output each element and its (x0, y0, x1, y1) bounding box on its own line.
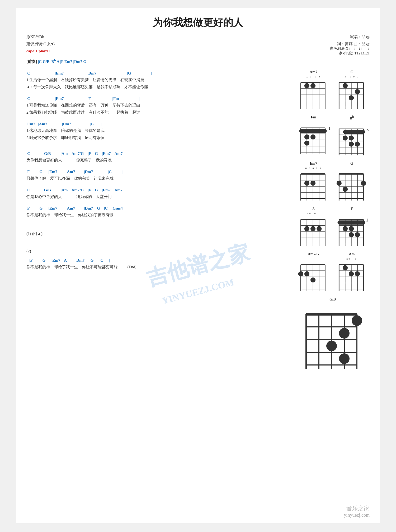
prelude-chords: |C G/B |Bb A |F Em7 |Dm7 G | (38, 59, 88, 64)
chord-diagrams: Am7 x o o o (296, 70, 370, 374)
prelude-line: [前奏] |C G/B |Bb A |F Em7 |Dm7 G | (26, 57, 370, 65)
section2-block: |F G |Em7 A |Dm7 G |C | 你不是我的神 却给了我一生 你让… (26, 257, 290, 271)
svg-point-105 (343, 226, 348, 231)
svg-point-148 (326, 341, 337, 351)
diagram-em7: Em7 o o o o o (296, 161, 331, 203)
svg-point-121 (304, 271, 309, 276)
brand-name: 音乐之家 (344, 505, 370, 512)
diagram-label-am: Am (349, 252, 355, 256)
svg-point-92 (310, 226, 315, 231)
open-mute-am7g (313, 257, 314, 261)
chord-svg-c (334, 78, 370, 112)
chord-svg-bb: x (334, 125, 370, 158)
header-area: 原KEY:Db 建议男调:C 女:G capo:1 play:C 演唱：品冠 詞… (26, 33, 370, 55)
svg-text:x: x (366, 127, 369, 132)
chorus-lyric-2: 只想你了解 爱可以多深 你的完美 让我来完成 (26, 175, 290, 182)
diagram-label-c: C (350, 70, 353, 74)
diagram-label-am7: Am7 (310, 70, 317, 74)
svg-point-79 (343, 187, 348, 192)
svg-point-134 (349, 271, 354, 276)
lyrics-section: |C |Em7 |Dm7 |G | 1.生活像一个黑洞 吞蚀掉所有美梦 让爱情的… (26, 70, 290, 374)
section2-chord: |F G |Em7 A |Dm7 G |C | (26, 257, 290, 263)
svg-point-135 (355, 271, 360, 276)
chord-svg-gb (296, 306, 370, 374)
strum-value: X↑_↑↓ _↓↑↑_↑↓ (346, 47, 370, 50)
diagram-grid: Am7 x o o o (296, 70, 370, 374)
chord-svg-em7 (296, 170, 331, 203)
section2-label: (2) (26, 247, 290, 255)
svg-point-24 (349, 95, 354, 100)
svg-point-146 (352, 315, 362, 326)
diagram-fm: Fm (296, 115, 331, 158)
chord-svg-am (334, 261, 370, 294)
diagram-label-gb: G/B (329, 297, 336, 302)
chord-svg-am7 (296, 78, 331, 112)
performer: 品冠 (362, 35, 370, 39)
section2-lyric: 你不是我的神 却给了我一生 你让不可能都变可能 (End) (26, 263, 290, 271)
svg-point-52 (349, 135, 354, 140)
svg-point-36 (304, 135, 309, 140)
chord-svg-am7g (296, 261, 331, 294)
open-mute-em7: o o o o o (305, 166, 322, 170)
repeat-label: (1) (回▲) (26, 230, 290, 238)
brand-url: yinyuezj.com (344, 512, 370, 518)
diagram-label-bb: Bb (350, 115, 354, 121)
svg-point-78 (337, 181, 342, 186)
song-title: 为你我想做更好的人 (26, 16, 370, 29)
svg-rect-104 (337, 220, 365, 224)
open-mute-a: xo o o (307, 212, 320, 215)
chorus-block-3: |C G/B |Am Am7/G |F G |Em7 Am7 | 你是我心中最好… (26, 187, 290, 200)
svg-point-93 (317, 226, 322, 231)
svg-point-120 (298, 271, 303, 276)
lyric-3-2: 2.时光它予取予求 却证明有我 证明有永恒 (26, 134, 290, 141)
open-mute-am: xo o (346, 257, 357, 261)
svg-point-80 (361, 181, 366, 186)
capo-info: capo:1 play:C (26, 48, 55, 55)
svg-point-147 (339, 328, 350, 339)
performer-line: 演唱：品冠 (337, 33, 370, 40)
finger-value: T1213121 (354, 51, 370, 55)
svg-point-38 (304, 141, 309, 146)
diagram-label-am7g: Am7/G (308, 252, 319, 256)
svg-text:1: 1 (328, 126, 331, 131)
svg-rect-35 (299, 129, 327, 133)
svg-point-54 (355, 142, 360, 147)
diagram-c: C x o o o (334, 70, 370, 112)
chorus-chord-2: |F G |Em7 Am7 |Dm7 |G | (26, 169, 290, 175)
diagram-bb: Bb (334, 115, 370, 158)
chorus-chord-1: |C G/B |Am Am7/G |F G |Em7 Am7 | (26, 150, 290, 157)
strum-label: 参考刷法: (330, 47, 346, 50)
chord-line-1: |C |Em7 |Dm7 |G | (26, 70, 290, 76)
svg-point-66 (304, 181, 309, 186)
performer-label: 演唱： (350, 35, 362, 39)
open-mute-am7: x o o o (307, 75, 321, 78)
prelude-label: [前奏] (26, 59, 37, 64)
svg-text:1: 1 (366, 218, 368, 223)
open-mute-bb (351, 121, 353, 125)
svg-point-108 (355, 232, 360, 237)
footer-brand: 音乐之家 yinyuezj.com (344, 505, 370, 518)
svg-point-122 (310, 277, 315, 283)
chorus-block-4: |F G |Em7 Am7 |Dm7 G |C |Csus4 | 你不是我的神 … (26, 205, 290, 219)
chord-svg-f: 1 (334, 215, 370, 248)
verse-block-1: |C |Em7 |Dm7 |G | 1.生活像一个黑洞 吞蚀掉所有美梦 让爱情的… (26, 70, 290, 91)
svg-point-10 (304, 83, 309, 88)
strum-pattern: 参考刷法:X↑_↑↓ _↓↑↑_↑↓ (330, 46, 370, 51)
verse-block-2: |C |Em7 |F |Fm | 1.可是我知道你懂 在困难的背后 还有一万种 … (26, 95, 290, 116)
lyric-3-1: 1.这地球天高地厚 陪你的是我 等你的是我 (26, 127, 290, 134)
open-mute-fm (313, 120, 314, 124)
diagram-label-a: A (312, 207, 315, 211)
verse-block-3: |Em7 |Am7 |Dm7 |G | 1.这地球天高地厚 陪你的是我 等你的是… (26, 121, 290, 141)
diagram-label-g: G (350, 161, 353, 166)
strum-info: 参考刷法:X↑_↑↓ _↓↑↑_↑↓ 参考指法:T1213121 (330, 46, 370, 56)
lyric-2-1: 1.可是我知道你懂 在困难的背后 还有一万种 坚持下去的理由 (26, 102, 290, 109)
diagram-g: G (334, 161, 370, 203)
diagram-am7: Am7 x o o o (296, 70, 331, 112)
chord-svg-g (334, 170, 370, 203)
diagram-label-fm: Fm (311, 115, 316, 119)
svg-point-37 (310, 135, 315, 140)
diagram-label-em7: Em7 (310, 161, 317, 166)
svg-point-22 (343, 83, 348, 88)
svg-point-149 (339, 353, 350, 364)
suggested-key: 建议男调:C 女:G (26, 40, 55, 48)
